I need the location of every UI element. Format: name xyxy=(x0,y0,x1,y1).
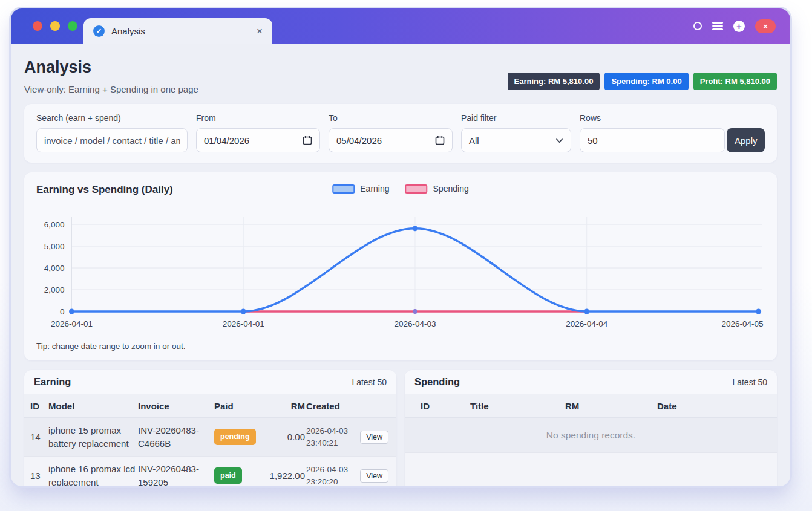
page-content: Analysis View-only: Earning + Spending i… xyxy=(11,44,790,486)
calendar-icon xyxy=(303,135,312,145)
paid-status-badge: pending xyxy=(214,429,256,444)
earning-amount-cell: 0.00 xyxy=(263,431,305,444)
tab-favicon-check-icon: ✓ xyxy=(93,25,105,37)
earning-invoice-cell: INV-20260483-C4666B xyxy=(138,424,213,451)
earning-model-cell: iphone 15 promax battery replacement xyxy=(48,424,137,451)
earning-table-header: IDModelInvoicePaidRMCreated xyxy=(24,394,396,418)
earning-amount-cell: 1,922.00 xyxy=(263,469,305,483)
column-header: ID xyxy=(421,401,469,411)
svg-text:6,000: 6,000 xyxy=(44,220,65,229)
window-close-dot-icon[interactable] xyxy=(33,21,42,31)
svg-text:5,000: 5,000 xyxy=(44,242,65,251)
window-close-button[interactable]: × xyxy=(755,19,776,33)
line-chart: 02,0004,0005,0006,0002026-04-012026-04-0… xyxy=(36,201,765,337)
view-button[interactable]: View xyxy=(360,469,388,483)
browser-tab[interactable]: ✓ Analysis × xyxy=(83,18,272,44)
svg-text:2026-04-01: 2026-04-01 xyxy=(51,319,93,328)
svg-text:2026-04-01: 2026-04-01 xyxy=(223,319,264,328)
svg-text:2026-04-04: 2026-04-04 xyxy=(566,319,608,328)
earning-invoice-cell: INV-20260483-159205 xyxy=(138,463,213,486)
chart-title: Earning vs Spending (Daily) xyxy=(36,184,173,196)
earning-created-cell: 2026-04-03 23:20:20 xyxy=(306,464,359,486)
summary-badges: Earning: RM 5,810.00 Spending: RM 0.00 P… xyxy=(508,73,777,94)
svg-text:2026-04-05: 2026-04-05 xyxy=(721,319,763,328)
to-date-value: 05/04/2026 xyxy=(336,135,382,146)
profit-total-badge: Profit: RM 5,810.00 xyxy=(693,73,777,90)
svg-text:2026-04-03: 2026-04-03 xyxy=(394,319,436,328)
window-zoom-dot-icon[interactable] xyxy=(68,21,77,31)
earning-model-cell: iphone 16 promax lcd replacement xyxy=(48,463,137,486)
browser-window: ✓ Analysis × + × Analysis View-only: Ear… xyxy=(11,8,790,486)
table-row: 13iphone 16 promax lcd replacementINV-20… xyxy=(24,457,396,486)
earning-table-card: Earning Latest 50 IDModelInvoicePaidRMCr… xyxy=(24,370,396,486)
earning-id-cell: 13 xyxy=(30,469,47,483)
spending-table-header: IDTitleRMDate xyxy=(405,394,777,418)
earning-latest-label: Latest 50 xyxy=(352,377,387,387)
spending-latest-label: Latest 50 xyxy=(732,377,767,387)
view-button[interactable]: View xyxy=(360,431,388,444)
table-row: 14iphone 15 promax battery replacementIN… xyxy=(24,418,396,457)
spending-table-spacer xyxy=(405,453,777,486)
spending-table-card: Spending Latest 50 IDTitleRMDateNo spend… xyxy=(405,370,777,486)
spending-empty-state: No spending records. xyxy=(405,418,777,453)
window-titlebar: ✓ Analysis × + × xyxy=(11,8,790,44)
tab-close-icon[interactable]: × xyxy=(257,26,263,36)
svg-text:0: 0 xyxy=(60,307,65,316)
from-date-value: 01/04/2026 xyxy=(204,135,249,146)
earning-paid-cell: pending xyxy=(214,429,261,444)
spending-swatch-icon xyxy=(405,184,428,194)
apply-button[interactable]: Apply xyxy=(727,128,765,152)
to-label: To xyxy=(329,113,453,123)
paid-filter-select[interactable]: All xyxy=(461,128,571,152)
column-header: Date xyxy=(657,401,761,411)
earning-swatch-icon xyxy=(332,184,355,194)
svg-text:4,000: 4,000 xyxy=(44,264,65,273)
column-header: RM xyxy=(263,401,305,411)
page-title: Analysis xyxy=(24,58,198,77)
column-header: Title xyxy=(470,401,564,411)
column-header: Invoice xyxy=(138,401,213,411)
earning-created-cell: 2026-04-03 23:40:21 xyxy=(306,425,359,449)
chevron-down-icon xyxy=(555,138,563,143)
legend-earning-label: Earning xyxy=(360,184,389,194)
search-label: Search (earn + spend) xyxy=(36,113,188,123)
earning-table-title: Earning xyxy=(34,376,71,388)
chart-card: Earning vs Spending (Daily) Earning Spen… xyxy=(24,172,777,360)
spending-total-badge: Spending: RM 0.00 xyxy=(604,73,688,90)
earning-paid-cell: paid xyxy=(214,467,261,483)
add-tab-icon[interactable]: + xyxy=(733,21,745,32)
legend-item-earning: Earning xyxy=(332,184,389,194)
search-input[interactable] xyxy=(36,128,188,152)
earning-total-badge: Earning: RM 5,810.00 xyxy=(508,73,600,90)
column-header: Created xyxy=(306,401,359,411)
paid-filter-label: Paid filter xyxy=(461,113,571,123)
traffic-lights xyxy=(33,21,77,31)
filter-bar: Search (earn + spend) From 01/04/2026 xyxy=(24,104,777,163)
tab-title: Analysis xyxy=(111,26,145,36)
paid-filter-value: All xyxy=(469,135,479,146)
column-header: RM xyxy=(565,401,656,411)
legend-spending-label: Spending xyxy=(433,184,469,194)
earning-id-cell: 14 xyxy=(30,431,47,444)
record-circle-icon[interactable] xyxy=(693,22,702,30)
hamburger-menu-icon[interactable] xyxy=(712,22,723,30)
chart-legend: Earning Spending xyxy=(332,184,468,194)
column-header: ID xyxy=(30,401,47,411)
column-header: Paid xyxy=(214,401,261,411)
legend-item-spending: Spending xyxy=(405,184,469,194)
chart-tip: Tip: change date range to zoom in or out… xyxy=(36,337,765,354)
page-header: Analysis View-only: Earning + Spending i… xyxy=(24,44,777,94)
page-subtitle: View-only: Earning + Spending in one pag… xyxy=(24,84,198,94)
calendar-icon xyxy=(435,135,445,145)
tables-row: Earning Latest 50 IDModelInvoicePaidRMCr… xyxy=(24,370,777,486)
rows-input[interactable] xyxy=(580,128,725,152)
column-header: Model xyxy=(48,401,137,411)
from-date-input[interactable]: 01/04/2026 xyxy=(196,128,320,152)
to-date-input[interactable]: 05/04/2026 xyxy=(329,128,453,152)
paid-status-badge: paid xyxy=(214,467,242,483)
svg-text:2,000: 2,000 xyxy=(44,285,65,295)
rows-label: Rows xyxy=(580,113,765,123)
titlebar-controls: + × xyxy=(693,19,776,33)
desktop-background: ✓ Analysis × + × Analysis View-only: Ear… xyxy=(0,0,812,511)
window-minimize-dot-icon[interactable] xyxy=(50,21,60,31)
